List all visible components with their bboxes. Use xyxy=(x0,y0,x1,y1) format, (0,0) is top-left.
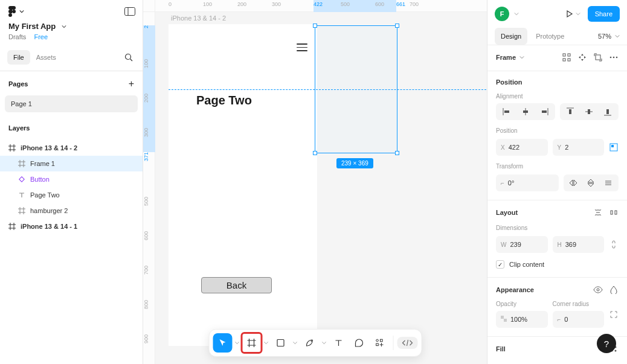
svg-point-43 xyxy=(615,350,617,352)
align-vcenter-button[interactable] xyxy=(580,104,599,119)
ruler-vertical[interactable]: 2 100 200 300 371 500 600 700 800 900 xyxy=(143,12,155,364)
flip-horizontal-button[interactable] xyxy=(565,176,582,190)
present-button[interactable] xyxy=(562,7,583,21)
canvas-text-pagetwo[interactable]: Page Two xyxy=(196,94,252,107)
height-input[interactable]: H369 xyxy=(553,236,605,253)
corner-radius-input[interactable]: ⌐0 xyxy=(553,311,605,328)
avatar[interactable]: F xyxy=(495,7,509,21)
tool-frame[interactable] xyxy=(242,333,261,353)
figma-logo-icon xyxy=(8,6,16,17)
tool-pen[interactable] xyxy=(300,333,319,353)
tidy-icon[interactable] xyxy=(577,53,587,62)
tool-shape-chevron[interactable] xyxy=(291,340,298,345)
align-hcenter-button[interactable] xyxy=(516,104,535,119)
width-input[interactable]: W239 xyxy=(496,236,548,253)
resize-handle-ne[interactable] xyxy=(395,24,399,28)
ruler-tick: 200 xyxy=(237,0,246,12)
ruler-horizontal[interactable]: 0 100 200 300 422 500 600 661 700 xyxy=(155,0,487,12)
svg-rect-12 xyxy=(563,59,565,61)
svg-rect-9 xyxy=(376,343,378,346)
tool-move-chevron[interactable] xyxy=(233,340,240,345)
autolayout-v-icon[interactable] xyxy=(593,208,603,217)
canvas[interactable]: 0 100 200 300 422 500 600 661 700 2 100 … xyxy=(143,0,487,364)
align-right-button[interactable] xyxy=(535,104,553,119)
tab-assets[interactable]: Assets xyxy=(30,50,62,65)
selection-box[interactable] xyxy=(315,25,397,153)
svg-line-3 xyxy=(130,59,133,62)
tab-design[interactable]: Design xyxy=(495,28,527,45)
zoom-control[interactable]: 57% xyxy=(598,33,620,40)
blend-icon[interactable] xyxy=(609,285,619,295)
layer-frame-1[interactable]: Frame 1 xyxy=(0,156,143,171)
y-input[interactable]: Y2 xyxy=(553,139,605,156)
pages-heading: Pages xyxy=(8,80,28,88)
tool-shape[interactable] xyxy=(271,333,290,353)
main-menu[interactable] xyxy=(8,6,24,17)
x-input[interactable]: X422 xyxy=(496,139,548,156)
tool-pen-chevron[interactable] xyxy=(320,340,327,345)
align-bottom-button[interactable] xyxy=(599,104,617,119)
position-sublabel: Position xyxy=(496,127,619,134)
tool-text[interactable] xyxy=(329,333,348,353)
visibility-icon[interactable] xyxy=(593,285,603,295)
frame-icon xyxy=(8,223,16,230)
tool-comment[interactable] xyxy=(349,333,368,353)
project-name[interactable]: My First App xyxy=(8,22,66,31)
layer-text-pagetwo[interactable]: Page Two xyxy=(0,187,143,203)
opacity-input[interactable]: 100% xyxy=(496,311,548,328)
flip-vertical-button[interactable] xyxy=(582,176,600,190)
artboard-iphone[interactable] xyxy=(169,24,317,346)
tool-move[interactable] xyxy=(213,333,232,353)
align-top-button[interactable] xyxy=(561,104,580,119)
layer-button[interactable]: Button xyxy=(0,171,143,187)
resize-handle-sw[interactable] xyxy=(313,151,317,155)
ruler-tick: 800 xyxy=(143,300,155,309)
layer-frame-iphone-1[interactable]: iPhone 13 & 14 - 1 xyxy=(0,219,143,234)
canvas-frame-label[interactable]: iPhone 13 & 14 - 2 xyxy=(171,14,226,22)
appearance-heading: Appearance xyxy=(496,286,534,293)
tool-actions[interactable] xyxy=(370,333,389,353)
clip-content-checkbox[interactable]: ✓ xyxy=(496,260,504,269)
alignment-label: Alignment xyxy=(496,93,619,100)
svg-rect-38 xyxy=(501,316,504,319)
svg-point-6 xyxy=(310,340,312,342)
help-button[interactable]: ? xyxy=(597,334,616,353)
absolute-position-icon[interactable] xyxy=(609,142,619,152)
svg-rect-27 xyxy=(588,109,590,114)
layout-grid-icon[interactable] xyxy=(562,53,571,62)
align-left-button[interactable] xyxy=(497,104,516,119)
layer-frame-iphone-2[interactable]: iPhone 13 & 14 - 2 xyxy=(0,140,143,156)
svg-point-17 xyxy=(616,57,618,59)
independent-corners-icon[interactable] xyxy=(609,310,619,319)
project-location[interactable]: Drafts xyxy=(8,33,26,40)
svg-point-16 xyxy=(613,57,615,59)
add-page-button[interactable]: + xyxy=(129,78,134,89)
chevron-down-icon xyxy=(19,9,24,14)
more-icon[interactable] xyxy=(609,53,619,62)
page-item[interactable]: Page 1 xyxy=(5,95,138,112)
tab-prototype[interactable]: Prototype xyxy=(530,28,570,45)
toolbar-separator xyxy=(393,336,393,350)
layer-hamburger[interactable]: hamburger 2 xyxy=(0,203,143,219)
avatar-chevron[interactable] xyxy=(514,10,519,18)
panel-toggle-button[interactable] xyxy=(124,7,135,16)
text-icon xyxy=(18,191,25,199)
constrain-proportions-icon[interactable] xyxy=(609,240,619,249)
tool-devmode-toggle[interactable] xyxy=(397,337,417,349)
more-transform-button[interactable] xyxy=(600,176,617,190)
tool-frame-chevron[interactable] xyxy=(262,340,269,345)
resize-handle-nw[interactable] xyxy=(313,24,317,28)
hamburger-icon[interactable] xyxy=(297,43,307,51)
search-button[interactable] xyxy=(122,51,135,64)
plan-badge[interactable]: Free xyxy=(34,33,48,40)
share-button[interactable]: Share xyxy=(588,6,620,22)
canvas-back-button[interactable]: Back xyxy=(201,277,272,293)
tab-file[interactable]: File xyxy=(7,50,30,65)
transform-label: Transform xyxy=(496,163,619,170)
rotation-input[interactable]: ⌐0° xyxy=(496,174,559,191)
resize-handle-se[interactable] xyxy=(395,151,399,155)
fit-icon[interactable] xyxy=(593,53,603,62)
autolayout-h-icon[interactable] xyxy=(609,208,619,217)
right-panel: F Share Design Prototype 57% Frame xyxy=(487,0,627,364)
frame-type-selector[interactable]: Frame xyxy=(496,54,524,61)
